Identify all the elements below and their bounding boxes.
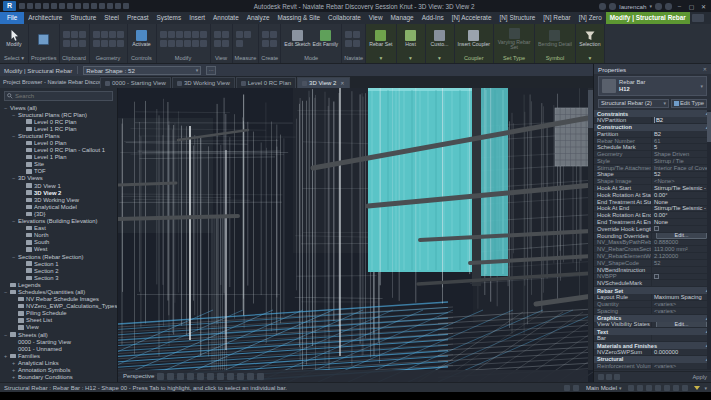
tree-item-sheets-all[interactable]: −Sheets (all) <box>0 331 117 338</box>
menu-tab-systems[interactable]: Systems <box>153 12 186 24</box>
measure-icon[interactable] <box>75 3 81 9</box>
tree-item-elevations-building-elevation[interactable]: −Elevations (Building Elevation) <box>0 218 117 225</box>
maximize-button[interactable]: ▢ <box>687 3 696 10</box>
ribbon-button-custo[interactable]: Custo... <box>429 30 451 47</box>
tree-item-level-0-rc-plan-callout-1[interactable]: Level 0 RC Plan - Callout 1 <box>0 147 117 154</box>
ribbon-tool-icon[interactable] <box>184 40 191 47</box>
tree-item-level-0-plan[interactable]: Level 0 Plan <box>0 139 117 146</box>
prop-value-nvbendinstruction[interactable] <box>651 267 711 273</box>
ribbon-tool-icon[interactable] <box>345 40 352 47</box>
tree-expander-icon[interactable]: + <box>11 374 16 380</box>
tree-item-east[interactable]: East <box>0 225 117 232</box>
prop-value-hook-rotation-at-end[interactable]: 0.00° <box>651 212 711 218</box>
prop-value-stirrup-tie-attachment[interactable]: Interior Face of Cover R... <box>651 165 711 171</box>
customize-qat-icon[interactable] <box>123 3 129 9</box>
ribbon-tool-icon[interactable] <box>160 31 167 38</box>
filter-funnel-icon[interactable] <box>694 386 700 390</box>
tree-item-site[interactable]: Site <box>0 161 117 168</box>
apply-button[interactable]: Apply <box>692 374 707 380</box>
ribbon-tool-icon[interactable] <box>101 31 108 38</box>
ribbon-tool-icon[interactable] <box>222 40 229 47</box>
prop-value-layout-rule[interactable]: Maximum Spacing <box>651 294 711 300</box>
ribbon-button-edit-family[interactable]: Edit Family <box>313 30 339 47</box>
search-input[interactable] <box>15 93 110 99</box>
tree-item-3d-working-view[interactable]: 3D Working View <box>0 196 117 203</box>
ribbon-tool-icon[interactable] <box>63 31 70 38</box>
tree-item-section-2[interactable]: Section 2 <box>0 267 117 274</box>
crop-region-icon[interactable] <box>227 373 234 380</box>
ribbon-tool-icon[interactable] <box>63 40 70 47</box>
prop-value-end-treatment-at-start[interactable]: None <box>651 199 711 205</box>
render-icon[interactable] <box>207 373 214 380</box>
ribbon-tool-icon[interactable] <box>71 40 78 47</box>
prop-value-geometry[interactable]: Shape Driven <box>651 151 711 157</box>
lock-view-icon[interactable] <box>237 373 244 380</box>
account-caret-icon[interactable]: ▾ <box>649 3 652 9</box>
pinned-select-icon[interactable] <box>655 385 661 391</box>
prop-value-nv-shapecode[interactable]: 52 <box>651 260 711 266</box>
modify-icon[interactable] <box>67 3 73 9</box>
tree-item-south[interactable]: South <box>0 239 117 246</box>
ribbon-tool-icon[interactable] <box>93 40 100 47</box>
ribbon-tool-icon[interactable] <box>176 40 183 47</box>
tree-item-3d[interactable]: {3D} <box>0 210 117 217</box>
aligned-dimension-icon[interactable] <box>83 3 89 9</box>
prop-value-partition[interactable]: B2 <box>651 131 711 137</box>
signed-in-username[interactable]: laurencah <box>619 3 646 10</box>
ribbon-tool-icon[interactable] <box>79 31 86 38</box>
crop-view-icon[interactable] <box>217 373 224 380</box>
ribbon-button-host[interactable]: Host <box>400 30 422 47</box>
tree-item-level-0-rc-plan[interactable]: Level 0 RC Plan <box>0 118 117 125</box>
drag-on-selection-icon[interactable] <box>673 385 679 391</box>
shadows-icon[interactable] <box>197 373 204 380</box>
tree-item-boundary-conditions[interactable]: +Boundary Conditions <box>0 374 117 381</box>
ribbon-tool-icon[interactable] <box>192 40 199 47</box>
filter-caret-icon[interactable]: ▾ <box>704 385 707 391</box>
shape-browser-button[interactable]: ⋯ <box>206 66 216 75</box>
menu-tab-view[interactable]: View <box>365 12 387 24</box>
ribbon-tool-icon[interactable] <box>214 40 221 47</box>
tree-expander-icon[interactable]: − <box>11 254 16 260</box>
text-note-icon[interactable] <box>91 3 97 9</box>
prop-field[interactable]: B2 <box>654 117 709 123</box>
menu-tab-file[interactable]: File <box>0 12 24 24</box>
tree-item-section-3[interactable]: Section 3 <box>0 274 117 281</box>
menu-tab-manage[interactable]: Manage <box>387 12 418 24</box>
view-tab-level-0-rc-plan[interactable]: Level 0 RC Plan <box>236 77 296 88</box>
ribbon-tool-icon[interactable] <box>270 31 277 38</box>
type-selector-caret-icon[interactable]: ▾ <box>700 83 703 89</box>
tree-expander-icon[interactable]: − <box>11 112 16 118</box>
ribbon-tool-icon[interactable] <box>192 31 199 38</box>
prop-value-nvschedulemark[interactable] <box>651 280 711 286</box>
print-icon[interactable] <box>59 3 65 9</box>
properties-help-icon[interactable] <box>598 374 604 380</box>
tree-expander-icon[interactable]: + <box>3 353 8 359</box>
prop-value-rebar-number[interactable]: 61 <box>651 138 711 144</box>
view-tab-3d-view-2[interactable]: 3D View 2✕ <box>297 77 349 88</box>
ribbon-tool-icon[interactable] <box>214 31 221 38</box>
prop-checkbox[interactable] <box>654 226 659 231</box>
prop-value-nv-rebarcrosssection[interactable]: 113.000 mm² <box>651 246 711 252</box>
ribbon-tool-icon[interactable] <box>200 31 207 38</box>
tree-item-annotation-symbols[interactable]: +Annotation Symbols <box>0 366 117 373</box>
ribbon-tool-icon[interactable] <box>117 40 124 47</box>
prop-value-bar[interactable] <box>651 335 711 341</box>
menu-tab-analyze[interactable]: Analyze <box>243 12 274 24</box>
tree-item-north[interactable]: North <box>0 232 117 239</box>
section-icon[interactable] <box>107 3 113 9</box>
background-process-icon[interactable] <box>682 385 688 391</box>
project-browser-search[interactable] <box>4 91 113 101</box>
ribbon-tool-icon[interactable] <box>236 31 243 38</box>
menu-tab-modify-structural-rebar[interactable]: Modify | Structural Rebar <box>606 12 690 24</box>
menu-tab-add-ins[interactable]: Add-Ins <box>418 12 448 24</box>
prop-value-reinforcement-volume[interactable]: <varies> <box>651 363 711 369</box>
prop-value-style[interactable]: Stirrup / Tie <box>651 158 711 164</box>
view-scale-label[interactable]: Perspective <box>123 373 154 379</box>
undo-icon[interactable] <box>43 3 49 9</box>
ribbon-tool-icon[interactable] <box>353 31 360 38</box>
prop-checkbox[interactable] <box>654 274 659 279</box>
ribbon-button-properties[interactable] <box>32 34 54 45</box>
tree-item-families[interactable]: +Families <box>0 352 117 359</box>
ribbon-button-insert-coupler[interactable]: Insert Coupler <box>458 30 491 47</box>
ribbon-tool-icon[interactable] <box>168 40 175 47</box>
